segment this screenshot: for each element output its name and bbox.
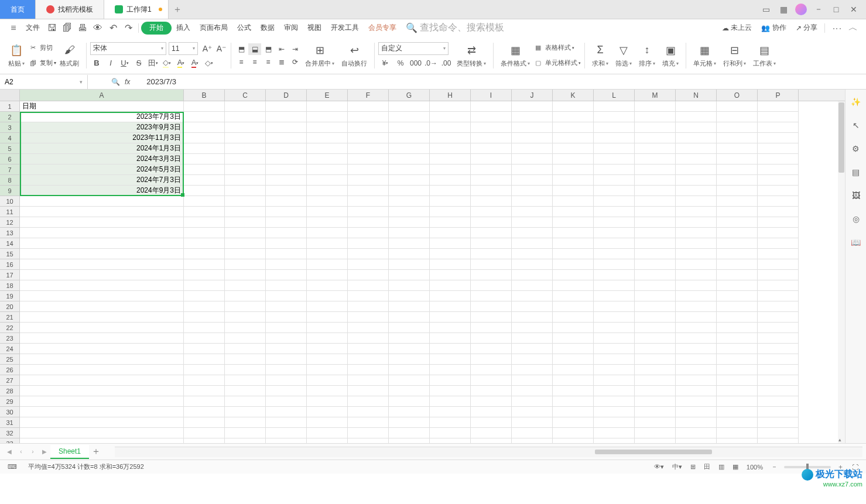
cell[interactable] [471, 238, 512, 249]
cell[interactable] [266, 438, 307, 443]
cell[interactable] [553, 333, 594, 344]
menu-formula[interactable]: 公式 [232, 21, 256, 35]
col-header-G[interactable]: G [389, 90, 430, 101]
cell[interactable] [307, 323, 348, 333]
cell[interactable] [635, 196, 676, 207]
cell[interactable] [512, 270, 553, 280]
col-header-O[interactable]: O [717, 90, 758, 101]
cell[interactable] [512, 143, 553, 154]
cell[interactable] [307, 259, 348, 270]
cell[interactable] [430, 175, 471, 186]
cell[interactable] [266, 186, 307, 196]
cell[interactable] [512, 438, 553, 443]
cell[interactable] [389, 217, 430, 228]
cell[interactable] [758, 417, 799, 428]
cell[interactable] [225, 375, 266, 386]
cell[interactable] [635, 280, 676, 291]
cell[interactable] [307, 133, 348, 143]
cell[interactable] [20, 438, 184, 443]
cell[interactable] [389, 133, 430, 143]
cell[interactable] [430, 407, 471, 417]
cell[interactable] [758, 101, 799, 112]
cell[interactable] [307, 344, 348, 354]
zoom-icon[interactable]: 🔍 [111, 78, 120, 86]
row-header[interactable]: 20 [0, 301, 20, 312]
cell[interactable] [594, 291, 635, 301]
highlight-button[interactable]: A▾ [174, 57, 187, 69]
cut-button[interactable]: ✂剪切 [28, 42, 56, 54]
cell[interactable] [184, 291, 225, 301]
cell[interactable] [225, 238, 266, 249]
cell[interactable] [635, 249, 676, 259]
cell[interactable] [225, 344, 266, 354]
sheet-first-button[interactable]: ◀ [4, 446, 15, 458]
cell[interactable] [348, 270, 389, 280]
cell[interactable] [389, 259, 430, 270]
cell[interactable] [553, 291, 594, 301]
cell[interactable] [430, 344, 471, 354]
sheet-tab-1[interactable]: Sheet1 [50, 445, 89, 459]
row-header[interactable]: 10 [0, 196, 20, 207]
select-all-corner[interactable] [0, 90, 20, 101]
cell[interactable] [225, 112, 266, 122]
cell[interactable] [758, 270, 799, 280]
cell[interactable] [758, 207, 799, 217]
cell[interactable] [184, 175, 225, 186]
cell[interactable] [307, 207, 348, 217]
align-right-button[interactable]: ≡ [262, 56, 275, 68]
cell[interactable] [225, 280, 266, 291]
cell[interactable] [20, 291, 184, 301]
cell[interactable]: 2024年1月3日 [20, 143, 184, 154]
menu-insert[interactable]: 插入 [172, 21, 195, 35]
cell[interactable] [758, 143, 799, 154]
paste-button[interactable]: 📋粘贴▾ [8, 43, 25, 68]
sidepanel-target-icon[interactable]: ◎ [850, 212, 862, 225]
cell[interactable] [348, 196, 389, 207]
cell[interactable] [553, 428, 594, 438]
cell[interactable] [430, 365, 471, 375]
cell[interactable] [184, 386, 225, 396]
cell[interactable] [307, 249, 348, 259]
cell[interactable] [512, 333, 553, 344]
cell[interactable] [758, 259, 799, 270]
cell[interactable] [225, 407, 266, 417]
reading-icon[interactable]: ⊞ [689, 463, 697, 471]
cell[interactable] [553, 344, 594, 354]
ime-icon[interactable]: 中▾ [670, 462, 684, 471]
cell[interactable] [594, 428, 635, 438]
cell[interactable] [594, 217, 635, 228]
cell[interactable] [676, 143, 717, 154]
cell[interactable] [184, 417, 225, 428]
cell[interactable] [348, 344, 389, 354]
row-header[interactable]: 15 [0, 249, 20, 259]
cell[interactable] [512, 112, 553, 122]
cells-button[interactable]: ▦单元格▾ [693, 43, 716, 68]
cell[interactable] [225, 323, 266, 333]
cell[interactable] [512, 386, 553, 396]
cell[interactable] [594, 259, 635, 270]
cell[interactable] [553, 207, 594, 217]
cell[interactable] [635, 396, 676, 407]
cell[interactable] [184, 333, 225, 344]
cell[interactable] [594, 354, 635, 365]
cell[interactable] [553, 259, 594, 270]
cell[interactable] [184, 428, 225, 438]
cell[interactable] [389, 154, 430, 164]
cell[interactable] [594, 323, 635, 333]
cell[interactable] [471, 333, 512, 344]
cell[interactable] [389, 438, 430, 443]
cell[interactable] [348, 143, 389, 154]
cell[interactable] [430, 280, 471, 291]
cell[interactable] [389, 375, 430, 386]
cell[interactable] [758, 238, 799, 249]
scroll-up-icon[interactable]: ▴ [836, 436, 844, 443]
cell[interactable] [635, 428, 676, 438]
rowcol-button[interactable]: ⊟行和列▾ [723, 43, 746, 68]
sidepanel-image-icon[interactable]: 🖼 [850, 189, 862, 202]
cell[interactable] [20, 344, 184, 354]
collab-button[interactable]: 👥 协作 [757, 21, 790, 35]
fill-button[interactable]: ▣填充▾ [662, 43, 679, 68]
cell[interactable] [553, 186, 594, 196]
cell[interactable] [184, 354, 225, 365]
cell[interactable] [676, 101, 717, 112]
